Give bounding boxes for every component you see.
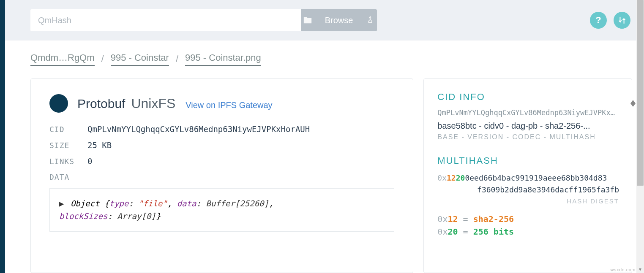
scroll-down-icon[interactable]: ▼ [636,265,644,273]
breadcrumb-sep: / [101,54,104,65]
search-wrap: Browse [30,9,377,31]
field-label-size: SIZE [49,141,79,150]
field-cid: CID QmPLvNmYYLQghqqCxGYLv86Mednp63NiywEJ… [49,124,394,134]
help-button[interactable]: ? [590,12,607,29]
cid-full: QmPLvNmYYLQghqqCxGYLv86Mednp63NiywEJVPKx… [437,108,619,117]
tree-icon [366,16,375,25]
data-lead: Object [71,199,100,208]
topbar: Browse ? [5,0,644,41]
main-area: Browse ? Qmdm…RgQm / 995 - Coinstar / 99… [5,0,644,273]
data-block[interactable]: ▶ Object {type: "file", data: Buffer[252… [49,188,394,232]
browse-button[interactable]: Browse [301,9,377,31]
cid-parts: base58btc - cidv0 - dag-pb - sha2-256-..… [437,121,619,131]
cid-info-card: CID INFO QmPLvNmYYLQghqqCxGYLv86Mednp63N… [423,78,632,273]
vertical-scrollbar[interactable]: ▲ ▼ [636,0,644,273]
browse-label: Browse [325,16,353,25]
breadcrumb-item-file[interactable]: 995 - Coinstar.png [185,52,261,66]
help-icon: ? [595,15,601,26]
multihash-hex: 0x12200eed66b4bac991919aeee68bb304d83 f3… [437,172,619,196]
mh-len-byte: 20 [456,173,465,182]
cid-legend: BASE - VERSION - CODEC - MULTIHASH [437,133,619,141]
field-value-links: 0 [87,157,92,166]
field-data: DATA [49,173,394,181]
field-size: SIZE 25 KB [49,141,394,150]
breadcrumb-sep: / [176,54,178,65]
data-key-type: type [109,199,128,208]
scrollbar-thumb[interactable] [637,0,644,186]
mh-hex-1: 0eed66b4bac991919aeee68bb304d83 [465,173,607,182]
mh-len-line: 0x20 = 256 bits [437,227,619,237]
field-label-data: DATA [49,173,79,181]
field-label-cid: CID [49,125,79,134]
app-sidebar-edge [0,0,5,273]
mh-algo-line: 0x12 = sha2-256 [437,214,619,224]
object-card: Protobuf UnixFS View on IPFS Gateway CID… [30,78,413,273]
watermark: wsxdn.com [610,267,636,272]
resize-handle-icon[interactable] [630,99,636,108]
mh-digest-label: HASH DIGEST [437,197,619,205]
breadcrumb-item-folder[interactable]: 995 - Coinstar [111,52,169,66]
breadcrumb: Qmdm…RgQm / 995 - Coinstar / 995 - Coins… [5,41,644,71]
field-label-links: LINKS [49,157,79,166]
object-type-dot [49,94,68,113]
search-input[interactable] [30,9,301,31]
data-val-type: "file" [138,199,167,208]
object-type-primary: Protobuf [77,97,125,111]
object-type-secondary: UnixFS [131,96,175,111]
expand-icon[interactable]: ▶ [59,199,64,208]
transfer-icon [617,16,627,25]
multihash-heading: MULTIHASH [437,155,619,166]
breadcrumb-item-root[interactable]: Qmdm…RgQm [30,52,95,66]
mh-algo-byte: 12 [447,173,456,182]
field-value-size: 25 KB [87,141,112,150]
data-val-blocksizes: Array[0] [117,211,156,221]
gateway-link[interactable]: View on IPFS Gateway [186,100,272,110]
object-header: Protobuf UnixFS View on IPFS Gateway [49,94,394,113]
content-row: Protobuf UnixFS View on IPFS Gateway CID… [5,71,644,273]
data-key-data: data [177,199,196,208]
field-links: LINKS 0 [49,157,394,166]
data-key-blocksizes: blockSizes [59,211,107,221]
folder-icon [303,16,312,25]
cid-info-heading: CID INFO [437,92,619,103]
transfer-button[interactable] [614,12,630,29]
data-val-data: Buffer[25260] [206,199,269,208]
mh-0x: 0x [437,173,447,182]
object-title: Protobuf UnixFS View on IPFS Gateway [77,96,273,111]
field-value-cid: QmPLvNmYYLQghqqCxGYLv86Mednp63NiywEJVPKx… [87,124,310,134]
mh-hex-2: f3609b2dd9a8e3946dacff1965fa3fb [477,185,619,194]
